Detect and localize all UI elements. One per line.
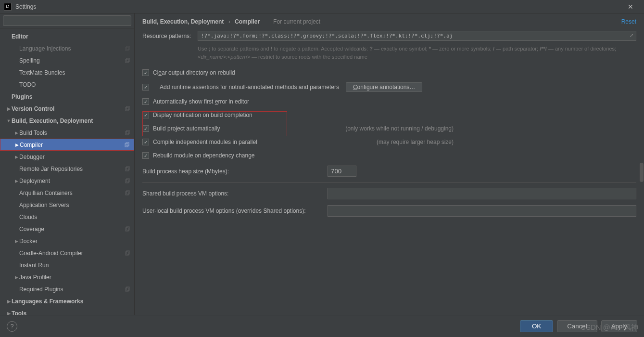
build-auto-checkbox[interactable] (142, 125, 149, 132)
sidebar-item-label: Deployment (19, 178, 125, 184)
sidebar-item-docker[interactable]: ▶Docker (0, 235, 134, 247)
resource-patterns-label: Resource patterns: (142, 33, 198, 39)
svg-rect-13 (126, 179, 129, 182)
sidebar-item-spelling[interactable]: Spelling (0, 54, 134, 66)
sidebar-item-label: Compiler (20, 142, 124, 148)
sidebar-item-clouds[interactable]: Clouds (0, 211, 134, 223)
svg-rect-0 (126, 47, 128, 51)
chevron-icon: ▶ (13, 239, 19, 244)
reset-link[interactable]: Reset (621, 18, 636, 25)
sidebar-item-label: Coverage (19, 226, 125, 233)
svg-rect-2 (126, 59, 128, 63)
sidebar-item-languages-frameworks[interactable]: ▶Languages & Frameworks (0, 295, 134, 307)
cancel-button[interactable]: Cancel (557, 320, 597, 332)
auto-show-error-checkbox[interactable] (142, 98, 149, 105)
sidebar-item-label: Clouds (19, 214, 130, 220)
copy-icon (125, 178, 130, 184)
sidebar-item-label: Language Injections (19, 45, 125, 52)
sidebar-item-compiler[interactable]: ▶Compiler (0, 139, 134, 151)
svg-rect-20 (126, 288, 128, 291)
sidebar-item-gradle-android-compiler[interactable]: Gradle-Android Compiler (0, 247, 134, 259)
breadcrumb-part: Compiler (235, 18, 260, 25)
divider (142, 182, 636, 183)
auto-show-error-label: Automatically show first error in editor (153, 98, 249, 105)
breadcrumb-sep: › (228, 18, 230, 25)
compile-parallel-hint: (may require larger heap size) (377, 139, 636, 145)
sidebar-item-label: Version Control (12, 105, 125, 112)
configure-annotations-button[interactable]: Configure annotations… (346, 82, 422, 92)
expand-icon[interactable]: ⤢ (630, 33, 633, 38)
search-input[interactable] (3, 15, 131, 26)
chevron-icon: ▶ (6, 311, 12, 315)
chevron-icon: ▶ (6, 106, 12, 111)
sidebar-item-debugger[interactable]: ▶Debugger (0, 151, 134, 163)
breadcrumb-part: Build, Execution, Deployment (142, 18, 224, 25)
sidebar-item-arquillian-containers[interactable]: Arquillian Containers (0, 187, 134, 199)
rebuild-dep-checkbox[interactable] (142, 152, 149, 159)
svg-rect-12 (126, 180, 128, 183)
for-project-label: For current project (271, 18, 320, 25)
chevron-icon: ▶ (13, 130, 19, 135)
shared-vm-label: Shared build process VM options: (142, 190, 328, 197)
sidebar-item-label: Editor (12, 33, 130, 40)
compile-parallel-label: Compile independent modules in parallel (153, 139, 257, 145)
sidebar-item-required-plugins[interactable]: Required Plugins (0, 283, 134, 295)
sidebar-item-build-execution-deployment[interactable]: ▼Build, Execution, Deployment (0, 115, 134, 127)
copy-icon (125, 226, 130, 232)
sidebar-item-label: Build Tools (19, 130, 125, 136)
clear-output-checkbox[interactable] (142, 69, 149, 76)
sidebar-item-instant-run[interactable]: Instant Run (0, 259, 134, 271)
svg-rect-17 (126, 227, 129, 230)
content-panel: Build, Execution, Deployment › Compiler … (135, 13, 644, 315)
sidebar-item-tools[interactable]: ▶Tools (0, 307, 134, 315)
sidebar-item-label: Java Profiler (19, 274, 130, 281)
sidebar-item-textmate-bundles[interactable]: TextMate Bundles (0, 66, 134, 78)
sidebar-item-remote-jar-repositories[interactable]: Remote Jar Repositories (0, 163, 134, 175)
svg-rect-11 (126, 167, 129, 170)
close-icon[interactable]: ✕ (621, 3, 640, 11)
sidebar-item-build-tools[interactable]: ▶Build Tools (0, 127, 134, 139)
svg-rect-10 (126, 168, 128, 171)
sidebar-item-coverage[interactable]: Coverage (0, 223, 134, 235)
sidebar-item-todo[interactable]: TODO (0, 78, 134, 91)
svg-rect-3 (126, 58, 129, 62)
sidebar-item-language-injections[interactable]: Language Injections (0, 42, 134, 54)
user-vm-input[interactable] (328, 205, 636, 217)
chevron-icon: ▶ (13, 179, 19, 183)
sidebar-item-java-profiler[interactable]: ▶Java Profiler (0, 271, 134, 283)
copy-icon (125, 190, 130, 196)
footer: ? OK Cancel Apply (0, 315, 644, 337)
sidebar-item-label: Application Servers (19, 202, 130, 208)
shared-vm-input[interactable] (328, 188, 636, 199)
compile-parallel-checkbox[interactable] (142, 139, 149, 145)
resource-patterns-input[interactable] (198, 31, 636, 41)
build-auto-hint: (only works while not running / debuggin… (345, 125, 636, 132)
copy-icon (125, 250, 130, 256)
help-button[interactable]: ? (7, 321, 17, 332)
svg-rect-9 (126, 143, 129, 146)
copy-icon (125, 46, 130, 52)
heap-size-input[interactable] (328, 166, 356, 177)
sidebar-item-editor[interactable]: Editor (0, 30, 134, 42)
sidebar-item-label: Build, Execution, Deployment (12, 117, 130, 124)
runtime-assertions-checkbox[interactable] (142, 84, 149, 91)
sidebar-item-version-control[interactable]: ▶Version Control (0, 103, 134, 115)
window-title: Settings (15, 3, 621, 10)
svg-rect-15 (126, 191, 129, 194)
rebuild-dep-label: Rebuild module on dependency change (153, 152, 255, 159)
display-notification-checkbox[interactable] (142, 112, 149, 118)
ok-button[interactable]: OK (520, 320, 553, 332)
sidebar-item-plugins[interactable]: Plugins (0, 91, 134, 103)
copy-icon (125, 130, 130, 136)
build-auto-label: Build project automatically (153, 125, 220, 132)
sidebar-item-deployment[interactable]: ▶Deployment (0, 175, 134, 187)
chevron-icon: ▼ (6, 118, 12, 123)
apply-button[interactable]: Apply (601, 320, 637, 332)
sidebar-item-label: TextMate Bundles (19, 69, 130, 76)
scrollbar[interactable] (639, 13, 644, 315)
scrollbar-thumb[interactable] (640, 163, 644, 182)
sidebar-item-label: Gradle-Android Compiler (19, 250, 125, 257)
app-logo-icon: IJ (4, 3, 12, 11)
titlebar: IJ Settings ✕ (0, 0, 644, 13)
sidebar-item-application-servers[interactable]: Application Servers (0, 199, 134, 211)
